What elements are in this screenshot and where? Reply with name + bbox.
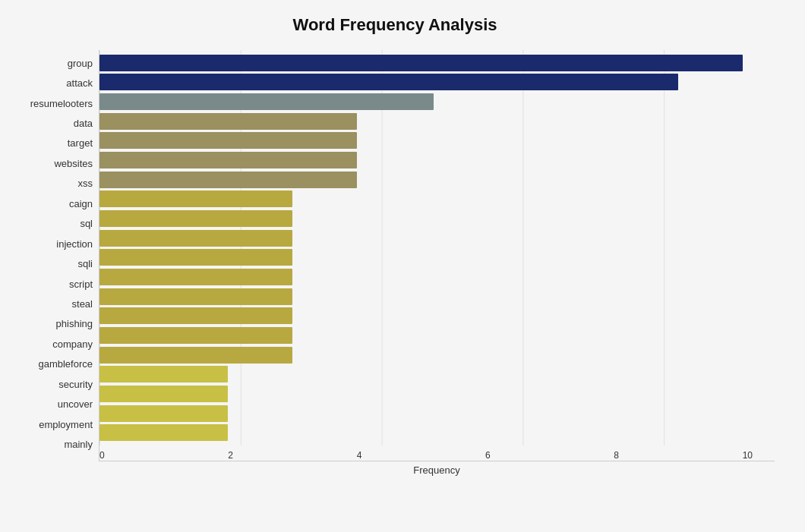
bar-row: [99, 404, 775, 423]
y-label: target: [68, 138, 93, 148]
y-label: caign: [69, 199, 93, 209]
y-label: sql: [80, 219, 93, 228]
x-axis-labels: 0246810: [99, 445, 775, 461]
bar: [99, 307, 292, 324]
bar-row: [99, 345, 775, 365]
bar-row: [99, 190, 775, 209]
y-label: employment: [39, 420, 93, 430]
bar: [99, 269, 292, 285]
bar-row: [99, 170, 775, 190]
bar-row: [99, 73, 775, 93]
bar: [99, 347, 292, 364]
y-axis: groupattackresumelootersdatatargetwebsit…: [15, 50, 99, 476]
bar-row: [99, 267, 775, 287]
bar: [99, 327, 292, 344]
y-label: resumelooters: [30, 99, 93, 109]
chart-area: groupattackresumelootersdatatargetwebsit…: [15, 50, 775, 476]
bar: [99, 113, 357, 130]
bar-row: [99, 423, 775, 442]
bar: [99, 230, 292, 247]
bar-row: [99, 248, 775, 268]
bar-row: [99, 384, 775, 404]
bar: [99, 386, 228, 402]
bar-row: [99, 307, 775, 326]
bar: [99, 93, 434, 110]
bar-row: [99, 53, 775, 73]
y-label: script: [69, 279, 93, 289]
bar: [99, 210, 292, 227]
bar-row: [99, 209, 775, 228]
y-label: xss: [78, 178, 93, 188]
bar-row: [99, 150, 775, 170]
bar-row: [99, 228, 775, 248]
bar-row: [99, 326, 775, 345]
chart-container: Word Frequency Analysis groupattackresum…: [0, 0, 805, 532]
bar-row: [99, 365, 775, 385]
y-label: steal: [72, 299, 93, 309]
y-label: attack: [66, 78, 93, 88]
bar: [99, 74, 678, 90]
y-label: security: [58, 379, 93, 389]
bars-wrapper: [99, 50, 775, 445]
y-label: company: [52, 339, 93, 349]
y-label: injection: [56, 239, 93, 249]
bar: [99, 424, 228, 441]
bar: [99, 288, 292, 305]
x-axis-title: Frequency: [99, 464, 775, 476]
plot-area: 0246810: [99, 50, 775, 461]
bar: [99, 249, 292, 266]
y-label: uncover: [58, 399, 93, 409]
bar: [99, 132, 357, 149]
y-label: group: [68, 58, 93, 68]
y-label: phishing: [56, 319, 93, 329]
y-label: gambleforce: [38, 359, 93, 369]
bar: [99, 172, 357, 188]
bar-row: [99, 112, 775, 131]
chart-title: Word Frequency Analysis: [15, 15, 775, 35]
bar: [99, 152, 357, 168]
bar-row: [99, 287, 775, 307]
bar: [99, 366, 228, 382]
bar: [99, 405, 228, 422]
bar: [99, 190, 292, 207]
y-label: mainly: [64, 439, 93, 449]
bar: [99, 55, 743, 71]
y-label: sqli: [77, 259, 93, 269]
bar-row: [99, 92, 775, 112]
y-label: data: [74, 118, 93, 128]
bar-row: [99, 131, 775, 151]
y-label: websites: [54, 159, 93, 168]
